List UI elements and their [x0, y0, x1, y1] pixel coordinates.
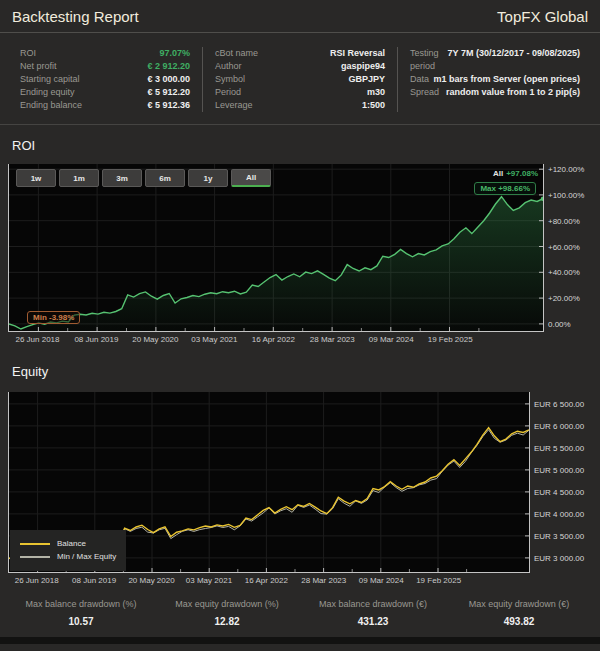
y-tick-label: EUR 3 500.00	[534, 531, 584, 540]
x-tick-label: 19 Feb 2025	[416, 576, 461, 585]
page-title: Backtesting Report	[12, 8, 139, 25]
stat-value: 97.07%	[159, 47, 190, 60]
roi-section-title: ROI	[0, 125, 600, 164]
roi-y-axis: 0.00%+20.00%+40.00%+60.00%+80.00%+100.00…	[544, 164, 592, 332]
roi-chart[interactable]: 1w 1m 3m 6m 1y All All+97.08% Max +98.66…	[8, 164, 544, 332]
stat-row: Periodm30	[215, 86, 385, 99]
range-button-1y[interactable]: 1y	[188, 169, 228, 187]
range-button-1w[interactable]: 1w	[16, 169, 56, 187]
stat-value: € 2 912.20	[147, 60, 190, 73]
legend-item-minmax: Min / Max Equity	[20, 550, 116, 563]
stat-value: € 5 912.20	[147, 86, 190, 99]
x-tick-label: 03 May 2021	[191, 335, 237, 344]
stat-row: ROI97.07%	[20, 47, 190, 60]
range-button-all[interactable]: All	[231, 169, 271, 187]
y-tick-label: EUR 4 500.00	[534, 487, 584, 496]
y-tick-label: EUR 4 000.00	[534, 509, 584, 518]
equity-x-axis: 26 Jun 201808 Jun 201920 May 202003 May …	[8, 573, 530, 588]
stat-row: Testing period7Y 7M (30/12/2017 - 09/08/…	[410, 47, 580, 73]
roi-chart-block: 1w 1m 3m 6m 1y All All+97.08% Max +98.66…	[8, 164, 592, 347]
y-tick-label: +80.00%	[548, 216, 580, 225]
footer-stat: Max balance drawdown (€) 431.23	[300, 599, 446, 627]
stat-row: Net profit€ 2 912.20	[20, 60, 190, 73]
x-tick-label: 26 Jun 2018	[15, 335, 59, 344]
summary-stats: ROI97.07% Net profit€ 2 912.20 Starting …	[0, 33, 600, 125]
legend-label: Min / Max Equity	[57, 552, 116, 561]
x-tick-label: 09 Mar 2024	[369, 335, 414, 344]
stat-value: GBPJPY	[348, 73, 385, 86]
x-tick-label: 28 Mar 2023	[301, 576, 346, 585]
footer-stat-value: 12.82	[154, 616, 300, 627]
stat-row: Starting capital€ 3 000.00	[20, 73, 190, 86]
x-tick-label: 26 Jun 2018	[15, 576, 59, 585]
x-tick-label: 08 Jun 2019	[72, 576, 116, 585]
stat-value: RSI Reversal	[330, 47, 385, 60]
stat-label: Data	[410, 73, 429, 86]
x-tick-label: 03 May 2021	[186, 576, 232, 585]
equity-section-title: Equity	[0, 347, 600, 392]
stats-column-results: ROI97.07% Net profit€ 2 912.20 Starting …	[8, 47, 202, 112]
x-tick-label: 08 Jun 2019	[74, 335, 118, 344]
equity-legend: Balance Min / Max Equity	[10, 530, 126, 571]
x-tick-label: 20 May 2020	[132, 335, 178, 344]
stat-label: Ending balance	[20, 99, 82, 112]
footer-stat-value: 493.82	[446, 616, 592, 627]
stats-column-testing: Testing period7Y 7M (30/12/2017 - 09/08/…	[397, 47, 592, 112]
equity-chart[interactable]: Balance Min / Max Equity	[8, 392, 530, 573]
y-tick-label: EUR 6 000.00	[534, 421, 584, 430]
x-tick-label: 16 Apr 2022	[252, 335, 295, 344]
stat-row: Ending balance€ 5 912.36	[20, 99, 190, 112]
footer-stat-label: Max equity drawdown (%)	[154, 599, 300, 609]
stat-label: Starting capital	[20, 73, 80, 86]
report-header: Backtesting Report TopFX Global	[0, 0, 600, 33]
roi-max-annotation: Max +98.66%	[474, 182, 536, 195]
stat-row: Datam1 bars from Server (open prices)	[410, 73, 580, 86]
x-tick-label: 09 Mar 2024	[359, 576, 404, 585]
roi-x-axis: 26 Jun 201808 Jun 201920 May 202003 May …	[8, 332, 544, 347]
stat-value: € 5 912.36	[147, 99, 190, 112]
y-tick-label: 0.00%	[548, 319, 571, 328]
roi-range-buttons: 1w 1m 3m 6m 1y All	[16, 169, 271, 187]
y-tick-label: EUR 5 000.00	[534, 465, 584, 474]
stat-row: SymbolGBPJPY	[215, 73, 385, 86]
balance-line-swatch	[20, 543, 50, 545]
y-tick-label: +40.00%	[548, 268, 580, 277]
stat-value: 7Y 7M (30/12/2017 - 09/08/2025)	[448, 47, 580, 60]
range-button-1m[interactable]: 1m	[59, 169, 99, 187]
stat-label: Ending equity	[20, 86, 75, 99]
stat-value: 1:500	[362, 99, 385, 112]
drawdown-stats: Max balance drawdown (%) 10.57 Max equit…	[0, 588, 600, 633]
stat-row: Spreadrandom value from 1 to 2 pip(s)	[410, 86, 580, 99]
footer-stat-value: 10.57	[8, 616, 154, 627]
stat-label: Testing period	[410, 47, 448, 73]
range-button-6m[interactable]: 6m	[145, 169, 185, 187]
footer-stat: Max equity drawdown (€) 493.82	[446, 599, 592, 627]
equity-chart-block: Balance Min / Max Equity 26 Jun 201808 J…	[8, 392, 592, 588]
y-tick-label: +100.00%	[548, 190, 584, 199]
stat-label: Symbol	[215, 73, 245, 86]
stat-label: Author	[215, 60, 242, 73]
stat-value: gaspipe94	[341, 60, 385, 73]
stat-row: Leverage1:500	[215, 99, 385, 112]
range-button-3m[interactable]: 3m	[102, 169, 142, 187]
x-tick-label: 19 Feb 2025	[428, 335, 473, 344]
y-tick-label: +120.00%	[548, 165, 584, 174]
brand-name: TopFX Global	[497, 8, 588, 25]
footer-stat: Max balance drawdown (%) 10.57	[8, 599, 154, 627]
stat-label: Net profit	[20, 60, 57, 73]
y-tick-label: EUR 3 000.00	[534, 553, 584, 562]
stat-row: Authorgaspipe94	[215, 60, 385, 73]
roi-all-value: +97.08%	[506, 169, 538, 178]
y-tick-label: +60.00%	[548, 242, 580, 251]
stat-row: cBot nameRSI Reversal	[215, 47, 385, 60]
legend-item-balance: Balance	[20, 537, 116, 550]
footer-stat-value: 431.23	[300, 616, 446, 627]
x-tick-label: 16 Apr 2022	[245, 576, 288, 585]
roiPlot-svg	[9, 164, 543, 331]
y-tick-label: EUR 6 500.00	[534, 399, 584, 408]
stat-value: m30	[367, 86, 385, 99]
stat-value: m1 bars from Server (open prices)	[433, 73, 580, 86]
footer-stat-label: Max balance drawdown (%)	[8, 599, 154, 609]
x-tick-label: 28 Mar 2023	[310, 335, 355, 344]
footer-stat-label: Max balance drawdown (€)	[300, 599, 446, 609]
